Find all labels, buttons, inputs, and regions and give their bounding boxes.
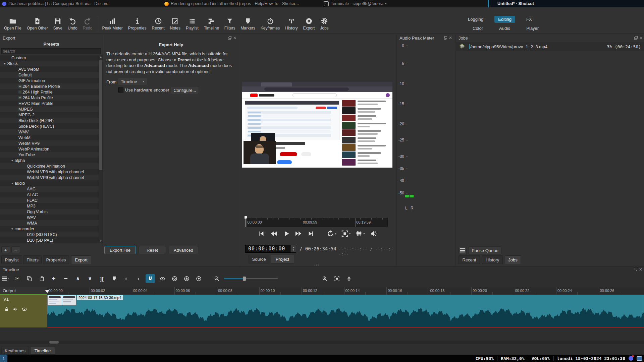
preset-item[interactable]: Quicktime Animation (0, 163, 99, 169)
preset-item[interactable]: MJPEG (0, 106, 99, 112)
timeline-scrollbar[interactable] (0, 341, 644, 344)
record-audio-button[interactable] (344, 274, 354, 283)
open-file-button[interactable]: Open File (1, 16, 24, 32)
paste-button[interactable] (37, 274, 46, 283)
preset-search-input[interactable] (1, 48, 101, 54)
preset-item[interactable]: ALAC (0, 192, 99, 197)
jobs-button[interactable]: Jobs (317, 16, 331, 32)
preset-item[interactable]: WebM (0, 135, 99, 140)
video-preview[interactable] (242, 82, 392, 168)
preset-item[interactable]: H.264 Baseline Profile (0, 83, 99, 89)
cut-button[interactable]: ✂ (13, 274, 22, 283)
copy-button[interactable] (25, 274, 34, 283)
close-panel-icon[interactable]: ✕ (639, 36, 643, 40)
preset-item[interactable]: MP3 (0, 203, 99, 209)
preset-item[interactable]: Default (0, 72, 99, 78)
preset-item[interactable]: WebM VP9 (0, 140, 99, 146)
preset-item[interactable]: Slide Deck (H.264) (0, 118, 99, 123)
preset-item[interactable]: H.264 High Profile (0, 89, 99, 95)
skip-next-button[interactable] (307, 230, 315, 237)
tray-discord-icon[interactable] (629, 356, 633, 361)
zoom-fit-button[interactable]: ▾ (341, 230, 351, 237)
mute-speaker-icon[interactable] (13, 307, 18, 313)
view-tab-audio[interactable]: Audio (495, 25, 514, 32)
mode-tab-editing[interactable]: Editing (494, 16, 515, 23)
chevron-down-icon[interactable]: ▾ (335, 232, 336, 235)
preset-item[interactable]: ▾Stock (0, 61, 99, 66)
dock-tab-history[interactable]: History (482, 255, 503, 264)
pause-queue-button[interactable]: Pause Queue (469, 246, 501, 254)
fast-forward-button[interactable] (294, 230, 303, 237)
window-shotcut-active[interactable]: Untitled* - Shotcut (488, 0, 644, 7)
preset-item[interactable]: WebP Animation (0, 146, 99, 152)
tray-screenshare-icon[interactable] (637, 356, 642, 361)
redo-button[interactable]: Redo (80, 16, 95, 32)
tree-collapse-arrow[interactable]: ▾ (11, 159, 13, 162)
preset-item[interactable]: FLAC (0, 197, 99, 203)
scroll-down-arrow[interactable]: ▼ (99, 239, 103, 243)
workspace-indicator[interactable]: 1 (0, 355, 7, 362)
tree-collapse-arrow[interactable]: ▾ (4, 62, 6, 65)
timeline-zoom-slider[interactable] (224, 276, 278, 281)
remove-preset-button[interactable]: − (11, 246, 20, 253)
append-button[interactable]: + (49, 274, 58, 283)
player-scrub-bar[interactable]: 00:00:0000:09:5900:19:59 (245, 218, 388, 227)
preset-item[interactable]: WMV (0, 129, 99, 135)
ripple-toggle[interactable] (170, 274, 179, 283)
player-tab-source[interactable]: Source (249, 255, 269, 263)
export-file-button[interactable]: Export File (104, 246, 136, 254)
peak-meter-button[interactable]: Peak Meter (99, 16, 125, 32)
dock-tab-properties[interactable]: Properties (43, 255, 69, 264)
zoom-fit-timeline-button[interactable] (332, 274, 341, 283)
preset-item[interactable]: WebM VP8 with alpha channel (0, 169, 99, 175)
advanced-button[interactable]: Advanced (169, 246, 198, 254)
timecode-spin-buttons[interactable]: ▲▼ (290, 245, 296, 252)
mode-tab-fx[interactable]: FX (523, 16, 536, 23)
timeline-scrollbar-thumb[interactable] (49, 341, 59, 344)
scrollbar-thumb[interactable] (99, 60, 102, 170)
undo-button[interactable]: Undo (65, 16, 80, 32)
filters-button[interactable]: Filters (222, 16, 238, 32)
playlist-button[interactable]: Playlist (183, 16, 201, 32)
chevron-down-icon[interactable]: ▾ (349, 232, 351, 235)
v1-track-header[interactable]: V1 (0, 295, 47, 327)
lock-icon[interactable] (4, 307, 9, 313)
previous-marker-button[interactable]: ‹ (121, 274, 131, 283)
preset-item[interactable]: AAC (0, 186, 99, 192)
overwrite-button[interactable]: ∨ (85, 274, 95, 283)
tree-collapse-arrow[interactable]: ▾ (11, 227, 13, 231)
preset-item[interactable]: Custom (0, 55, 99, 61)
preset-item[interactable]: H.264 Main Profile (0, 95, 99, 101)
spin-down-icon[interactable]: ▼ (292, 249, 294, 251)
dock-tab-playlist[interactable]: Playlist (1, 255, 22, 264)
timeline-clip[interactable]: 2024-03-17 15-30-39.mp4 (47, 295, 644, 327)
window-terminal[interactable]: ›_ Terminale - cippo95@fedora:~ (324, 0, 387, 7)
dock-tab-keyframes[interactable]: Keyframes (1, 347, 29, 355)
timeline-menu-button[interactable]: ▾ (1, 274, 10, 283)
zoom-out-button[interactable] (212, 274, 221, 283)
preset-item[interactable]: D10 (SD PAL) (0, 237, 99, 243)
preset-item[interactable]: WebM VP9 with alpha channel (0, 175, 99, 180)
tree-collapse-arrow[interactable]: ▾ (11, 182, 13, 185)
preset-item[interactable]: YouTube (0, 152, 99, 158)
rewind-button[interactable] (270, 230, 278, 237)
preset-item[interactable]: WAV (0, 215, 99, 220)
recent-button[interactable]: Recent (149, 16, 167, 32)
zoom-in-button[interactable] (320, 274, 329, 283)
from-dropdown[interactable]: Timeline ▾ (118, 78, 147, 85)
preset-item[interactable]: AV1 WebM (0, 66, 99, 72)
close-panel-icon[interactable]: ✕ (449, 36, 452, 40)
view-tab-player[interactable]: Player (523, 25, 542, 32)
history-button[interactable]: History (282, 16, 300, 32)
configure-button[interactable]: Configure... (171, 86, 199, 94)
ripple-delete-button[interactable]: − (61, 274, 70, 283)
preset-item[interactable]: Ogg Vorbis (0, 209, 99, 215)
float-panel-icon[interactable] (634, 268, 637, 271)
presets-scrollbar[interactable]: ▲ ▼ (99, 55, 103, 243)
open-other-button[interactable]: Open Other (24, 16, 51, 32)
scroll-up-arrow[interactable]: ▲ (99, 55, 103, 59)
mode-tab-logging[interactable]: Logging (464, 16, 487, 23)
keyframes-button[interactable]: Keyframes (258, 16, 282, 32)
marker-button[interactable] (109, 274, 119, 283)
dock-tab-recent[interactable]: Recent (459, 255, 480, 264)
